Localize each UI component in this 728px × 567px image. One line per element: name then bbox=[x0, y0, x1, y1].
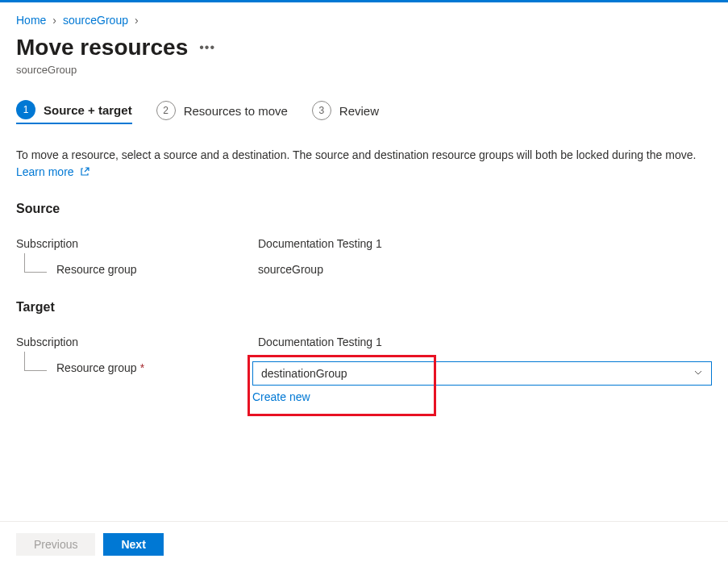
source-subscription-label: Subscription bbox=[16, 237, 258, 250]
learn-more-link[interactable]: Learn more bbox=[16, 165, 89, 178]
page-subtitle: sourceGroup bbox=[16, 64, 712, 76]
chevron-right-icon: › bbox=[52, 14, 56, 27]
source-resource-group-value: sourceGroup bbox=[258, 263, 712, 276]
step-label-1: Source + target bbox=[44, 103, 132, 117]
tree-connector-icon bbox=[24, 253, 47, 273]
breadcrumb-sourcegroup[interactable]: sourceGroup bbox=[63, 14, 128, 27]
target-heading: Target bbox=[16, 300, 712, 315]
tree-connector-icon bbox=[24, 352, 47, 371]
wizard-steps: 1 Source + target 2 Resources to move 3 … bbox=[16, 100, 712, 124]
description-text: To move a resource, select a source and … bbox=[16, 147, 712, 181]
breadcrumb-home[interactable]: Home bbox=[16, 14, 46, 27]
chevron-down-icon bbox=[693, 368, 703, 377]
chevron-right-icon: › bbox=[135, 14, 139, 27]
step-resources-to-move[interactable]: 2 Resources to move bbox=[156, 101, 288, 123]
target-subscription-label: Subscription bbox=[16, 336, 258, 348]
page-title: Move resources bbox=[16, 35, 188, 60]
more-actions-icon[interactable]: ••• bbox=[199, 40, 215, 55]
create-new-link[interactable]: Create new bbox=[252, 390, 310, 403]
step-label-3: Review bbox=[339, 104, 379, 118]
required-asterisk: * bbox=[140, 361, 144, 374]
dropdown-selected-value: destinationGroup bbox=[261, 367, 347, 380]
step-number-1: 1 bbox=[16, 100, 35, 119]
external-link-icon bbox=[80, 167, 89, 177]
source-resource-group-label: Resource group bbox=[56, 263, 137, 276]
target-resource-group-dropdown[interactable]: destinationGroup bbox=[252, 361, 712, 386]
step-label-2: Resources to move bbox=[184, 104, 288, 118]
breadcrumb: Home › sourceGroup › bbox=[16, 14, 712, 27]
next-button[interactable]: Next bbox=[103, 533, 163, 556]
step-number-3: 3 bbox=[312, 101, 331, 120]
source-subscription-value: Documentation Testing 1 bbox=[258, 237, 712, 250]
step-number-2: 2 bbox=[156, 101, 176, 120]
step-review[interactable]: 3 Review bbox=[312, 101, 379, 123]
previous-button[interactable]: Previous bbox=[16, 533, 95, 556]
step-source-target[interactable]: 1 Source + target bbox=[16, 100, 132, 124]
target-subscription-value: Documentation Testing 1 bbox=[258, 336, 712, 348]
footer-buttons: Previous Next bbox=[0, 521, 728, 567]
target-resource-group-label: Resource group bbox=[56, 361, 137, 374]
source-heading: Source bbox=[16, 202, 712, 216]
